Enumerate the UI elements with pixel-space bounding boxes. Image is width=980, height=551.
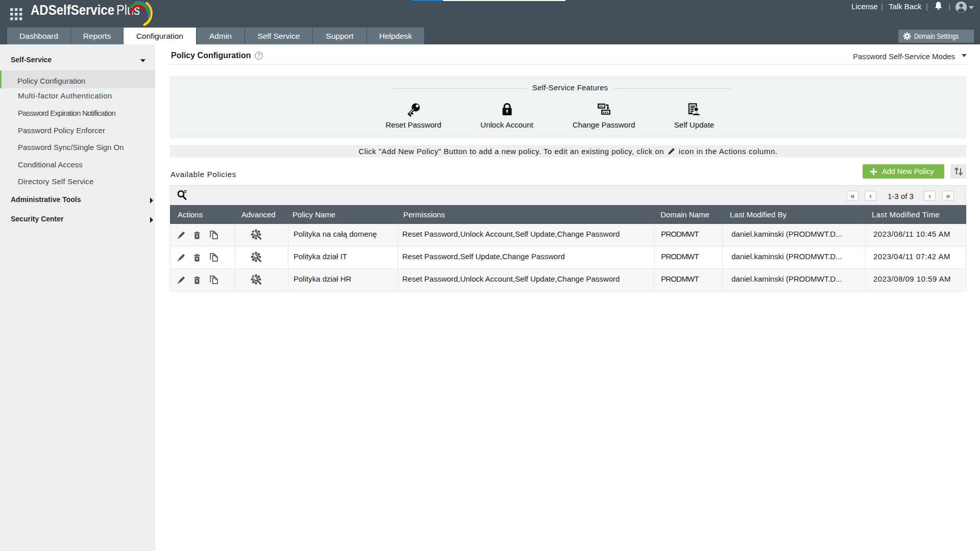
svg-text:?: ? <box>257 53 260 59</box>
